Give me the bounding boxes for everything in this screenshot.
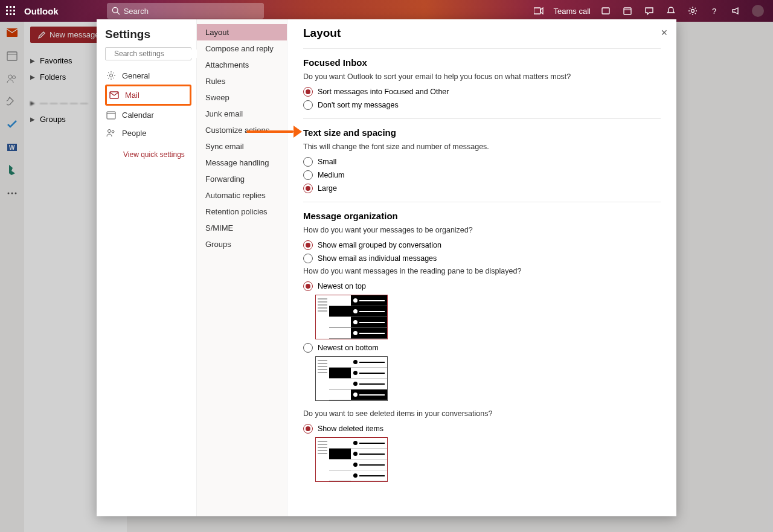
settings-search[interactable]: [105, 47, 191, 60]
sub-autoreplies[interactable]: Automatic replies: [197, 187, 287, 204]
radio-icon: [303, 240, 313, 250]
svg-point-30: [110, 74, 113, 77]
help-icon[interactable]: ?: [704, 0, 725, 22]
settings-search-input[interactable]: [114, 50, 205, 58]
radio-small[interactable]: Small: [303, 157, 661, 167]
radio-icon: [303, 424, 313, 434]
preview-newest-top[interactable]: [315, 295, 388, 339]
radio-icon: [303, 281, 313, 291]
svg-rect-32: [107, 112, 115, 119]
svg-point-35: [112, 130, 114, 133]
category-general[interactable]: General: [105, 66, 191, 85]
radio-sort-focused[interactable]: Sort messages into Focused and Other: [303, 87, 661, 97]
svg-point-9: [112, 7, 118, 13]
focused-heading: Focused Inbox: [303, 57, 661, 68]
sub-smime[interactable]: S/MIME: [197, 220, 287, 236]
textsize-heading: Text size and spacing: [303, 127, 661, 138]
sub-junk[interactable]: Junk email: [197, 106, 287, 122]
sub-customize[interactable]: Customize actions: [197, 122, 287, 138]
focused-desc: Do you want Outlook to sort your email t…: [303, 72, 661, 81]
sub-retention[interactable]: Retention policies: [197, 204, 287, 220]
svg-rect-4: [10, 10, 11, 11]
svg-rect-11: [534, 8, 540, 14]
svg-rect-8: [13, 13, 15, 15]
radio-newest-top[interactable]: Newest on top: [303, 281, 661, 291]
avatar[interactable]: [748, 0, 768, 22]
chat-icon[interactable]: [639, 0, 659, 22]
svg-rect-6: [6, 13, 8, 15]
sub-sweep[interactable]: Sweep: [197, 89, 287, 106]
sub-groups[interactable]: Groups: [197, 236, 287, 252]
settings-panel: Settings General Mail Calendar People Vi…: [97, 19, 676, 516]
teams-call-button[interactable]: [528, 0, 549, 22]
radio-icon: [303, 170, 313, 180]
svg-point-15: [691, 10, 694, 13]
people-icon: [106, 128, 116, 138]
radio-individual[interactable]: Show email as individual messages: [303, 254, 661, 263]
my-day-icon[interactable]: [617, 0, 638, 22]
svg-point-34: [108, 130, 111, 133]
sub-rules[interactable]: Rules: [197, 73, 287, 89]
content-title: Layout: [303, 27, 661, 40]
radio-newest-bottom[interactable]: Newest on bottom: [303, 343, 661, 353]
svg-line-10: [117, 12, 120, 14]
search-box[interactable]: [107, 3, 264, 19]
gear-icon: [106, 71, 116, 80]
mail-icon: [109, 91, 119, 100]
section-focused-inbox: Focused Inbox Do you want Outlook to sor…: [303, 57, 661, 110]
search-input[interactable]: [124, 7, 259, 16]
svg-rect-5: [13, 10, 15, 11]
view-quick-settings-link[interactable]: View quick settings: [123, 150, 191, 159]
preview-newest-bottom[interactable]: [315, 356, 388, 401]
svg-rect-13: [624, 8, 631, 14]
sub-compose[interactable]: Compose and reply: [197, 40, 287, 57]
sub-msghandling[interactable]: Message handling: [197, 155, 287, 171]
radio-medium[interactable]: Medium: [303, 170, 661, 180]
svg-text:?: ?: [712, 7, 716, 16]
radio-icon: [303, 343, 313, 353]
section-text-size: Text size and spacing This will change t…: [303, 127, 661, 193]
radio-large[interactable]: Large: [303, 184, 661, 193]
svg-rect-0: [6, 6, 8, 8]
teams-call-label[interactable]: Teams call: [554, 7, 591, 16]
org-q3: Do you want to see deleted items in your…: [303, 409, 661, 418]
category-mail[interactable]: Mail: [105, 85, 191, 106]
radio-icon: [303, 254, 313, 263]
category-people[interactable]: People: [105, 124, 191, 142]
svg-rect-2: [13, 6, 15, 8]
org-heading: Message organization: [303, 211, 661, 221]
textsize-desc: This will change the font size and numbe…: [303, 143, 661, 151]
brand-label[interactable]: Outlook: [24, 6, 59, 16]
org-q1: How do you want your messages to be orga…: [303, 226, 661, 234]
svg-rect-1: [10, 6, 11, 8]
sub-attachments[interactable]: Attachments: [197, 57, 287, 73]
app-launcher-icon[interactable]: [0, 0, 22, 22]
megaphone-icon[interactable]: [726, 0, 746, 22]
settings-content: ✕ Layout Focused Inbox Do you want Outlo…: [287, 19, 676, 516]
preview-show-deleted[interactable]: [315, 437, 388, 482]
org-q2: How do you want messages in the reading …: [303, 267, 661, 275]
calendar-icon: [106, 110, 116, 120]
bell-icon[interactable]: [661, 0, 681, 22]
close-button[interactable]: ✕: [661, 28, 668, 37]
category-calendar[interactable]: Calendar: [105, 106, 191, 124]
gear-icon[interactable]: [682, 0, 703, 22]
svg-rect-7: [10, 13, 11, 15]
settings-categories: Settings General Mail Calendar People Vi…: [97, 19, 197, 516]
sub-forwarding[interactable]: Forwarding: [197, 171, 287, 187]
settings-title: Settings: [105, 28, 191, 41]
search-icon: [112, 7, 120, 15]
radio-icon: [303, 87, 313, 97]
section-message-org: Message organization How do you want you…: [303, 211, 661, 504]
radio-icon: [303, 184, 313, 193]
radio-show-deleted[interactable]: Show deleted items: [303, 424, 661, 434]
svg-rect-12: [602, 8, 609, 14]
suite-header: Outlook Teams call ?: [0, 0, 773, 22]
sub-layout[interactable]: Layout: [197, 24, 287, 40]
radio-grouped[interactable]: Show email grouped by conversation: [303, 240, 661, 250]
sub-sync[interactable]: Sync email: [197, 138, 287, 155]
radio-dont-sort[interactable]: Don't sort my messages: [303, 100, 661, 110]
svg-point-17: [752, 5, 764, 17]
meet-now-icon[interactable]: [595, 0, 616, 22]
settings-subcategories: Layout Compose and reply Attachments Rul…: [197, 19, 287, 516]
